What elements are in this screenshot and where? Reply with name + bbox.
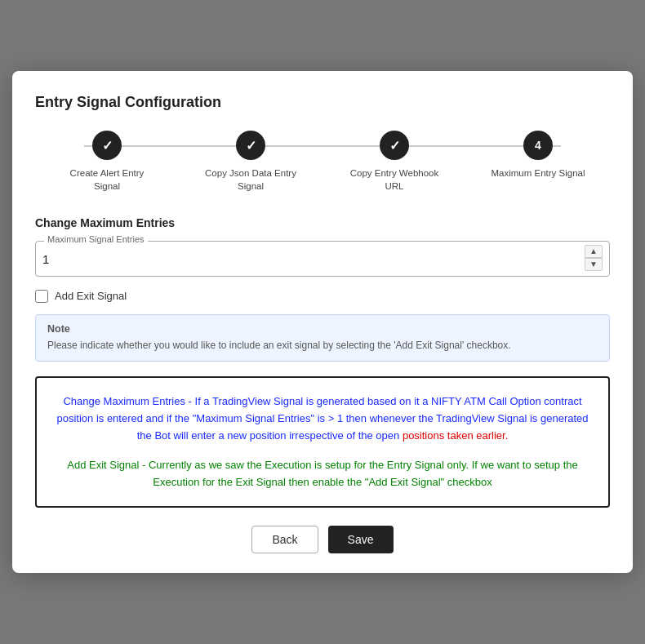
step-2-circle (236, 131, 265, 160)
step-2: Copy Json Data Entry Signal (179, 131, 322, 193)
note-box: Note Please indicate whether you would l… (35, 314, 610, 362)
step-1-circle (92, 131, 122, 160)
save-button[interactable]: Save (328, 526, 394, 553)
add-exit-signal-checkbox[interactable] (35, 290, 48, 303)
stepper: Create Alert Entry Signal Copy Json Data… (35, 131, 610, 193)
max-signal-entries-group: Maximum Signal Entries ▲ ▼ (35, 241, 610, 277)
add-exit-signal-label[interactable]: Add Exit Signal (55, 290, 127, 302)
step-4: 4 Maximum Entry Signal (466, 131, 610, 180)
info-paragraph-1: Change Maximum Entries - If a TradingVie… (53, 393, 592, 445)
step-4-circle: 4 (523, 131, 553, 160)
note-title: Note (47, 323, 598, 335)
step-2-label: Copy Json Data Entry Signal (202, 167, 300, 193)
footer-buttons: Back Save (35, 526, 610, 553)
info-box: Change Maximum Entries - If a TradingVie… (35, 376, 610, 508)
step-3: Copy Entry Webhook URL (322, 131, 466, 193)
step-3-label: Copy Entry Webhook URL (345, 167, 443, 193)
info-paragraph-2: Add Exit Signal - Currently as we saw th… (53, 456, 592, 491)
back-button[interactable]: Back (251, 526, 318, 553)
note-text: Please indicate whether you would like t… (47, 338, 598, 353)
info-p1-blue: Change Maximum Entries - If a TradingVie… (56, 395, 588, 442)
add-exit-signal-row: Add Exit Signal (35, 290, 610, 303)
info-p2-green: Add Exit Signal - Currently as we saw th… (67, 459, 578, 488)
info-p1-red: positions taken earlier. (403, 429, 508, 442)
spinner-down-button[interactable]: ▼ (585, 258, 603, 271)
max-signal-entries-input[interactable] (42, 247, 583, 268)
step-3-circle (380, 131, 409, 160)
spinner-buttons: ▲ ▼ (585, 245, 603, 271)
modal-container: Entry Signal Configuration Create Alert … (12, 71, 633, 572)
modal-title: Entry Signal Configuration (35, 94, 610, 111)
input-label: Maximum Signal Entries (44, 234, 148, 244)
section-heading: Change Maximum Entries (35, 216, 610, 229)
spinner-up-button[interactable]: ▲ (585, 245, 603, 258)
step-4-label: Maximum Entry Signal (491, 167, 585, 180)
modal-overlay: Entry Signal Configuration Create Alert … (0, 0, 645, 644)
step-1: Create Alert Entry Signal (35, 131, 179, 193)
step-1-label: Create Alert Entry Signal (58, 167, 156, 193)
